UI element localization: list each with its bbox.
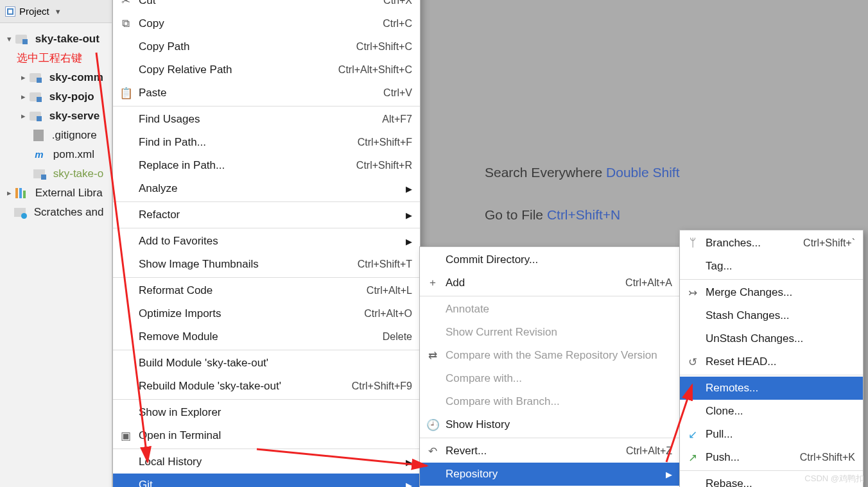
shortcut: Ctrl+Alt+O bbox=[338, 308, 412, 320]
menu-pull[interactable]: ↙Pull... bbox=[680, 423, 863, 446]
module-sky-pojo[interactable]: sky-pojo bbox=[5, 87, 112, 107]
label: Reset HEAD... bbox=[706, 355, 777, 368]
menu-show-history[interactable]: 🕘Show History bbox=[420, 413, 680, 436]
menu-copy-relative-path[interactable]: Copy Relative PathCtrl+Alt+Shift+C bbox=[113, 58, 420, 81]
label: Find in Path... bbox=[139, 136, 206, 149]
menu-clone[interactable]: Clone... bbox=[680, 400, 863, 423]
compare-icon: ⇄ bbox=[426, 349, 439, 363]
separator bbox=[680, 375, 863, 375]
label: Tag... bbox=[706, 260, 733, 273]
menu-local-history[interactable]: Local History▶ bbox=[113, 450, 420, 474]
dropdown-icon: ▼ bbox=[55, 8, 62, 15]
menu-stash[interactable]: Stash Changes... bbox=[680, 304, 863, 327]
label: Show in Explorer bbox=[139, 406, 221, 419]
menu-optimize-imports[interactable]: Optimize ImportsCtrl+Alt+O bbox=[113, 302, 420, 325]
project-root[interactable]: sky-take-out bbox=[5, 30, 112, 49]
menu-open-terminal[interactable]: ▣Open in Terminal bbox=[113, 424, 420, 447]
shortcut: Ctrl+Shift+F9 bbox=[326, 380, 412, 392]
label: Remotes... bbox=[706, 382, 758, 395]
reset-icon: ↺ bbox=[686, 355, 699, 369]
label: Stash Changes... bbox=[706, 309, 789, 322]
menu-find-usages[interactable]: Find UsagesAlt+F7 bbox=[113, 108, 420, 131]
module-label: sky-serve bbox=[49, 107, 100, 126]
label: Compare with the Same Repository Version bbox=[446, 349, 657, 362]
project-header[interactable]: Project ▼ bbox=[0, 0, 112, 23]
scratches[interactable]: Scratches and bbox=[5, 203, 112, 222]
shortcut: Ctrl+Shift+` bbox=[777, 237, 855, 249]
menu-commit-directory[interactable]: Commit Directory... bbox=[420, 248, 680, 271]
branch-icon: ᛘ bbox=[686, 237, 699, 250]
label: Remove Module bbox=[139, 330, 218, 343]
menu-tag[interactable]: Tag... bbox=[680, 255, 863, 278]
menu-git-add[interactable]: +AddCtrl+Alt+A bbox=[420, 271, 680, 295]
label: Show Current Revision bbox=[446, 326, 557, 339]
shortcut: Ctrl+Alt+Z bbox=[600, 445, 672, 457]
add-icon: + bbox=[426, 277, 439, 289]
label: Copy bbox=[139, 17, 164, 30]
shortcut: Delete bbox=[357, 331, 412, 343]
shortcut: Alt+F7 bbox=[356, 114, 412, 125]
chevron-right-icon: ▶ bbox=[380, 457, 412, 467]
separator bbox=[113, 228, 420, 228]
separator bbox=[680, 279, 863, 280]
menu-repository[interactable]: Repository▶ bbox=[420, 463, 680, 486]
menu-revert[interactable]: ↶Revert...Ctrl+Alt+Z bbox=[420, 440, 680, 463]
label: Refactor bbox=[139, 209, 180, 221]
menu-replace-in-path[interactable]: Replace in Path...Ctrl+Shift+R bbox=[113, 154, 420, 177]
menu-remove-module[interactable]: Remove ModuleDelete bbox=[113, 325, 420, 348]
shortcut: Ctrl+Alt+Shift+C bbox=[313, 64, 412, 76]
cut-icon: ✂ bbox=[119, 0, 132, 8]
file-iml[interactable]: sky-take-o bbox=[5, 164, 112, 184]
shortcut: Ctrl+Shift+R bbox=[331, 160, 412, 171]
menu-thumbnails[interactable]: Show Image ThumbnailsCtrl+Shift+T bbox=[113, 253, 420, 276]
label: Replace in Path... bbox=[139, 159, 225, 172]
shortcut: Ctrl+Shift+C bbox=[331, 41, 412, 53]
menu-show-explorer[interactable]: Show in Explorer bbox=[113, 401, 420, 424]
shortcut: Ctrl+Alt+A bbox=[600, 277, 672, 289]
context-menu-repository: ᛘBranches...Ctrl+Shift+` Tag... ↣Merge C… bbox=[679, 230, 864, 487]
annotation-text: 选中工程右键 bbox=[5, 49, 112, 68]
revert-icon: ↶ bbox=[426, 445, 439, 458]
menu-reformat[interactable]: Reformat CodeCtrl+Alt+L bbox=[113, 279, 420, 302]
project-header-label: Project bbox=[19, 6, 49, 17]
menu-compare-with: Compare with... bbox=[420, 367, 680, 390]
label: Build Module 'sky-take-out' bbox=[139, 357, 268, 370]
menu-branches[interactable]: ᛘBranches...Ctrl+Shift+` bbox=[680, 232, 863, 255]
separator bbox=[113, 106, 420, 107]
label: Add to Favorites bbox=[139, 235, 218, 248]
iml-icon bbox=[33, 169, 45, 178]
menu-copy-path[interactable]: Copy PathCtrl+Shift+C bbox=[113, 35, 420, 58]
project-sidebar: Project ▼ sky-take-out 选中工程右键 sky-comm s… bbox=[0, 0, 112, 487]
menu-git[interactable]: Git▶ bbox=[113, 474, 420, 487]
menu-cut[interactable]: ✂CutCtrl+X bbox=[113, 0, 420, 12]
history-icon: 🕘 bbox=[426, 418, 439, 432]
menu-refactor[interactable]: Refactor▶ bbox=[113, 203, 420, 226]
menu-push[interactable]: ↗Push...Ctrl+Shift+K bbox=[680, 446, 863, 469]
context-menu-git: Commit Directory... +AddCtrl+Alt+A Annot… bbox=[419, 246, 681, 487]
menu-find-in-path[interactable]: Find in Path...Ctrl+Shift+F bbox=[113, 131, 420, 154]
module-label: sky-pojo bbox=[49, 87, 94, 107]
module-sky-server[interactable]: sky-serve bbox=[5, 107, 112, 126]
menu-analyze[interactable]: Analyze▶ bbox=[113, 177, 420, 200]
external-libraries[interactable]: External Libra bbox=[5, 184, 112, 203]
label: Commit Directory... bbox=[446, 253, 538, 266]
file-label: pom.xml bbox=[53, 145, 94, 164]
menu-rebuild-module[interactable]: Rebuild Module 'sky-take-out'Ctrl+Shift+… bbox=[113, 375, 420, 398]
menu-unstash[interactable]: UnStash Changes... bbox=[680, 327, 863, 350]
menu-merge[interactable]: ↣Merge Changes... bbox=[680, 281, 863, 304]
file-gitignore[interactable]: .gitignore bbox=[5, 126, 112, 145]
separator bbox=[113, 201, 420, 202]
hint-search-shortcut: Double Shift bbox=[606, 165, 679, 180]
menu-remotes[interactable]: Remotes... bbox=[680, 377, 863, 400]
hint-gotofile-shortcut: Ctrl+Shift+N bbox=[547, 207, 620, 222]
menu-build-module[interactable]: Build Module 'sky-take-out' bbox=[113, 352, 420, 375]
module-sky-common[interactable]: sky-comm bbox=[5, 68, 112, 87]
separator bbox=[113, 350, 420, 350]
menu-add-favorites[interactable]: Add to Favorites▶ bbox=[113, 230, 420, 253]
project-tree: sky-take-out 选中工程右键 sky-comm sky-pojo sk… bbox=[0, 23, 112, 222]
file-pom[interactable]: m pom.xml bbox=[5, 145, 112, 164]
menu-reset-head[interactable]: ↺Reset HEAD... bbox=[680, 350, 863, 373]
menu-copy[interactable]: ⧉CopyCtrl+C bbox=[113, 12, 420, 35]
label: Repository bbox=[446, 468, 498, 481]
menu-paste[interactable]: 📋PasteCtrl+V bbox=[113, 81, 420, 105]
